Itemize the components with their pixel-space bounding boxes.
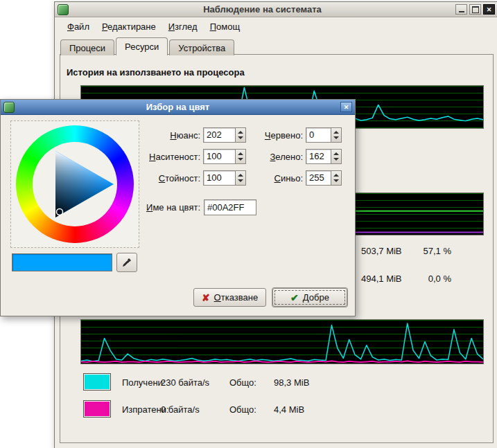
blue-spin-arrows[interactable]	[331, 171, 341, 185]
ok-button[interactable]: ✔ Добре	[272, 288, 347, 307]
saturation-value[interactable]: 100	[204, 150, 235, 163]
network-history-chart	[80, 319, 484, 364]
hue-value[interactable]: 202	[204, 128, 235, 142]
received-color-swatch[interactable]	[83, 373, 111, 391]
menubar: Файл Редактиране Изглед Помощ	[55, 17, 497, 35]
green-value[interactable]: 162	[306, 150, 331, 163]
received-rate: 230 байта/s	[161, 377, 209, 388]
sent-total-label: Общо:	[229, 404, 256, 415]
swap-amount: 494,1 MiB	[361, 274, 402, 284]
hue-label: Нюанс:	[119, 130, 200, 141]
saturation-value-triangle[interactable]	[33, 142, 117, 226]
tab-resources[interactable]: Ресурси	[116, 37, 168, 55]
cancel-button[interactable]: ✘ Отказване	[193, 288, 266, 307]
received-total-label: Общо:	[229, 377, 256, 388]
sent-color-swatch[interactable]	[83, 400, 111, 418]
green-spinner[interactable]: 162	[306, 149, 342, 164]
red-spin-arrows[interactable]	[331, 128, 341, 142]
green-spin-arrows[interactable]	[331, 150, 341, 163]
dialog-title: Избор на цвят	[17, 102, 338, 112]
blue-spinner[interactable]: 255	[306, 170, 342, 186]
eyedropper-icon	[121, 257, 132, 268]
dialog-titlebar[interactable]: Избор на цвят ✕	[1, 100, 355, 115]
color-name-input[interactable]	[204, 199, 256, 215]
cancel-icon: ✘	[202, 292, 210, 303]
memory-amount: 503,7 MiB	[361, 246, 402, 256]
tab-devices[interactable]: Устройства	[169, 39, 234, 55]
color-name-label: Име на цвят:	[112, 202, 200, 213]
sent-rate: 0 байта/s	[161, 404, 200, 415]
saturation-label: Наситеност:	[119, 152, 200, 162]
ok-button-label: Добре	[303, 292, 329, 303]
green-label: Зелено:	[234, 152, 303, 162]
received-label: Получени:	[122, 377, 165, 388]
current-color-preview	[12, 253, 112, 271]
desktop: Наблюдение на системата ✕ Файл Редактира…	[0, 0, 497, 448]
maximize-button[interactable]	[469, 4, 481, 15]
received-total: 98,3 MiB	[274, 377, 309, 388]
menu-help[interactable]: Помощ	[204, 19, 245, 34]
main-window-title: Наблюдение на системата	[71, 4, 453, 15]
notebook-tabs: Процеси Ресурси Устройства	[60, 37, 236, 55]
sent-total: 4,4 MiB	[274, 404, 304, 415]
value-value[interactable]: 100	[204, 171, 235, 185]
blue-value[interactable]: 255	[306, 171, 331, 185]
red-spinner[interactable]: 0	[306, 127, 342, 143]
app-icon	[58, 4, 69, 15]
hue-ring[interactable]	[16, 125, 134, 243]
memory-percent: 57,1 %	[401, 246, 451, 256]
red-label: Червено:	[234, 130, 303, 141]
cpu-section-title: История на използването на процесора	[67, 67, 245, 78]
value-label: Стойност:	[119, 173, 200, 183]
red-value[interactable]: 0	[306, 128, 331, 142]
eyedropper-button[interactable]	[116, 253, 137, 272]
dialog-close-button[interactable]: ✕	[340, 102, 352, 112]
menu-edit[interactable]: Редактиране	[96, 19, 162, 34]
minimize-button[interactable]	[455, 4, 467, 15]
tab-processes[interactable]: Процеси	[60, 39, 114, 55]
main-titlebar[interactable]: Наблюдение на системата ✕	[55, 2, 497, 17]
blue-label: Синьо:	[234, 173, 303, 183]
swap-percent: 0,0 %	[401, 274, 451, 284]
ok-icon: ✔	[290, 292, 299, 303]
dialog-app-icon	[3, 102, 15, 113]
color-picker-dialog: Избор на цвят ✕	[0, 99, 356, 316]
menu-file[interactable]: Файл	[62, 19, 95, 34]
menu-view[interactable]: Изглед	[163, 19, 203, 34]
cancel-button-label: Отказване	[214, 292, 259, 303]
close-button[interactable]: ✕	[483, 4, 495, 15]
